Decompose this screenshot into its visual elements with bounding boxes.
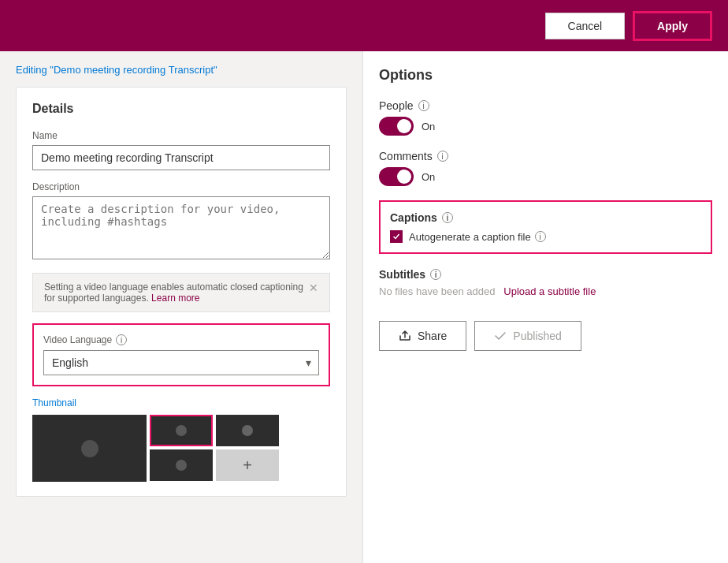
learn-more-link[interactable]: Learn more: [151, 293, 199, 304]
subtitles-label: Subtitles: [379, 268, 425, 281]
thumbnail-add-column: +: [216, 415, 279, 482]
autogenerate-row: Autogenerate a caption file i: [390, 230, 701, 243]
header: Cancel Apply: [0, 0, 728, 51]
left-panel: Editing "Demo meeting recording Transcri…: [0, 51, 362, 563]
comments-header: Comments i: [379, 150, 712, 162]
subtitles-section: Subtitles i No files have been added Upl…: [379, 268, 712, 297]
thumbnail-small-1[interactable]: [150, 415, 213, 446]
info-banner: Setting a video language enables automat…: [32, 273, 330, 312]
right-panel: Options People i On Comments i: [362, 51, 728, 563]
captions-section: Captions i Autogenerate a caption file i: [379, 200, 712, 254]
captions-info-icon[interactable]: i: [442, 212, 453, 223]
people-label: People: [379, 99, 414, 112]
thumbnail-small-column: [150, 415, 213, 482]
description-label: Description: [32, 181, 330, 192]
name-input[interactable]: [32, 145, 330, 170]
share-icon: [399, 330, 411, 342]
subtitles-header: Subtitles i: [379, 268, 712, 281]
comments-label: Comments: [379, 150, 433, 162]
people-info-icon[interactable]: i: [418, 100, 429, 111]
comments-toggle-label: On: [422, 171, 435, 183]
name-label: Name: [32, 130, 330, 141]
comments-info-icon[interactable]: i: [437, 151, 448, 162]
video-language-select-wrapper: English ▾: [43, 350, 319, 375]
people-header: People i: [379, 99, 712, 112]
thumbnail-label: Thumbnail: [32, 397, 330, 408]
details-box: Details Name Description Setting a video…: [16, 87, 347, 497]
share-button[interactable]: Share: [379, 321, 466, 351]
info-banner-text: Setting a video language enables automat…: [44, 282, 309, 304]
autogenerate-checkbox[interactable]: [390, 230, 403, 243]
comments-toggle[interactable]: [379, 167, 414, 186]
content-area: Editing "Demo meeting recording Transcri…: [0, 51, 728, 563]
autogenerate-info-icon[interactable]: i: [535, 231, 546, 242]
upload-subtitle-link[interactable]: Upload a subtitle file: [503, 285, 596, 297]
thumbnail-grid: +: [32, 415, 330, 482]
editing-label: Editing "Demo meeting recording Transcri…: [16, 64, 347, 76]
bottom-buttons: Share Published: [379, 321, 712, 351]
people-toggle-row: On: [379, 117, 712, 136]
cancel-button[interactable]: Cancel: [545, 13, 626, 39]
captions-label: Captions: [390, 211, 437, 224]
details-title: Details: [32, 102, 330, 116]
thumbnail-small-2[interactable]: [150, 449, 213, 481]
autogenerate-label: Autogenerate a caption file i: [409, 231, 546, 243]
thumbnail-add-button[interactable]: +: [216, 449, 279, 481]
options-title: Options: [379, 67, 712, 84]
comments-toggle-row: On: [379, 167, 712, 186]
checkmark-icon: [494, 330, 507, 342]
thumbnail-large[interactable]: [32, 415, 147, 482]
thumbnail-small-3[interactable]: [216, 415, 279, 446]
people-toggle[interactable]: [379, 117, 414, 136]
description-input[interactable]: [32, 196, 330, 259]
people-toggle-label: On: [422, 121, 435, 132]
subtitles-info-icon[interactable]: i: [430, 269, 441, 280]
comments-toggle-knob: [397, 170, 411, 184]
no-files-text: No files have been added: [379, 285, 495, 297]
video-language-section: Video Language i English ▾: [32, 323, 330, 386]
subtitles-body: No files have been added Upload a subtit…: [379, 285, 712, 297]
published-button[interactable]: Published: [474, 321, 581, 351]
info-banner-close[interactable]: ✕: [309, 282, 318, 294]
video-language-info-icon[interactable]: i: [116, 334, 127, 345]
people-toggle-knob: [397, 119, 411, 133]
apply-button[interactable]: Apply: [633, 11, 712, 41]
video-language-label: Video Language i: [43, 334, 319, 345]
comments-option: Comments i On: [379, 150, 712, 186]
captions-header: Captions i: [390, 211, 701, 224]
video-language-select[interactable]: English: [43, 350, 319, 375]
people-option: People i On: [379, 99, 712, 136]
